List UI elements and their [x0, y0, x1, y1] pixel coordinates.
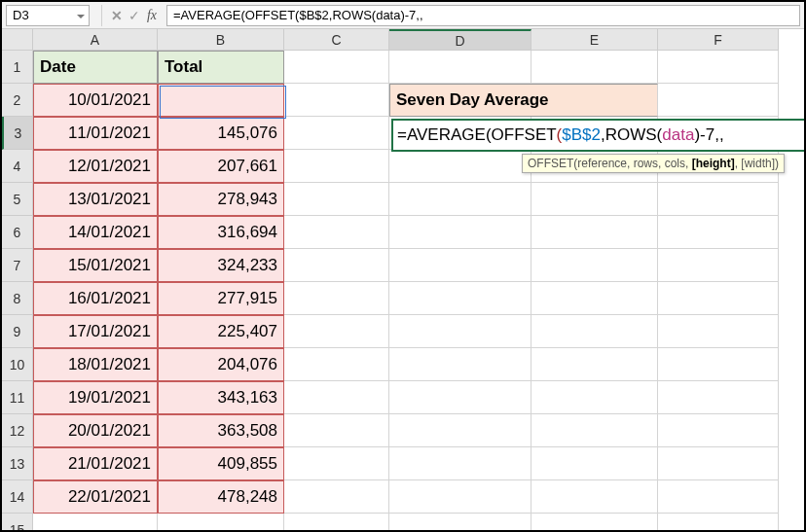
cell-C1[interactable] — [284, 51, 389, 84]
cell-A13[interactable]: 21/01/2021 — [33, 447, 158, 480]
cell-C10[interactable] — [284, 348, 389, 381]
cell-B4[interactable]: 207,661 — [158, 150, 284, 183]
cell-F6[interactable] — [658, 216, 779, 249]
cell-B10[interactable]: 204,076 — [158, 348, 284, 381]
row-header-11[interactable]: 11 — [2, 381, 33, 414]
cell-C6[interactable] — [284, 216, 389, 249]
row-header-10[interactable]: 10 — [2, 348, 33, 381]
name-box[interactable]: D3 — [6, 5, 90, 26]
cell-D4[interactable] — [389, 150, 531, 183]
cell-A4[interactable]: 12/01/2021 — [33, 150, 158, 183]
row-header-15[interactable]: 15 — [2, 514, 33, 532]
cell-A5[interactable]: 13/01/2021 — [33, 183, 158, 216]
cell-F14[interactable] — [658, 480, 779, 514]
cell-C13[interactable] — [284, 447, 389, 480]
col-header-C[interactable]: C — [284, 29, 389, 51]
cell-B1[interactable]: Total — [158, 51, 284, 84]
cell-B14[interactable]: 478,248 — [158, 480, 284, 514]
row-header-8[interactable]: 8 — [2, 282, 33, 315]
cell-B13[interactable]: 409,855 — [158, 447, 284, 480]
cell-F1[interactable] — [658, 51, 779, 84]
spreadsheet-grid[interactable]: A B C D E F 1 Date Total 2 10/01/2021 Se… — [2, 29, 804, 532]
row-header-6[interactable]: 6 — [2, 216, 33, 249]
cell-C11[interactable] — [284, 381, 389, 414]
cell-A9[interactable]: 17/01/2021 — [33, 315, 158, 348]
cell-B8[interactable]: 277,915 — [158, 282, 284, 315]
row-header-12[interactable]: 12 — [2, 414, 33, 447]
cell-B3[interactable]: 145,076 — [158, 117, 284, 150]
cell-F12[interactable] — [658, 414, 779, 447]
cell-C5[interactable] — [284, 183, 389, 216]
cell-C14[interactable] — [284, 480, 389, 514]
cell-F7[interactable] — [658, 249, 779, 282]
cell-C4[interactable] — [284, 150, 389, 183]
cancel-icon[interactable]: ✕ — [108, 7, 126, 24]
cell-B11[interactable]: 343,163 — [158, 381, 284, 414]
cell-D10[interactable] — [389, 348, 531, 381]
row-header-13[interactable]: 13 — [2, 447, 33, 480]
enter-icon[interactable]: ✓ — [126, 7, 143, 24]
cell-E6[interactable] — [531, 216, 658, 249]
cell-A7[interactable]: 15/01/2021 — [33, 249, 158, 282]
cell-B12[interactable]: 363,508 — [158, 414, 284, 447]
cell-B7[interactable]: 324,233 — [158, 249, 284, 282]
row-header-4[interactable]: 4 — [2, 150, 33, 183]
cell-E13[interactable] — [531, 447, 658, 480]
cell-F10[interactable] — [658, 348, 779, 381]
cell-F8[interactable] — [658, 282, 779, 315]
cell-F11[interactable] — [658, 381, 779, 414]
cell-D14[interactable] — [389, 480, 531, 514]
cell-D9[interactable] — [389, 315, 531, 348]
cell-B6[interactable]: 316,694 — [158, 216, 284, 249]
cell-E11[interactable] — [531, 381, 658, 414]
col-header-F[interactable]: F — [658, 29, 779, 51]
cell-A15[interactable] — [33, 514, 158, 532]
cell-F2[interactable] — [658, 84, 779, 117]
cell-C2[interactable] — [284, 84, 389, 117]
cell-C12[interactable] — [284, 414, 389, 447]
cell-D2[interactable]: Seven Day Average — [389, 84, 658, 117]
cell-E10[interactable] — [531, 348, 658, 381]
cell-E12[interactable] — [531, 414, 658, 447]
cell-A3[interactable]: 11/01/2021 — [33, 117, 158, 150]
cell-B15[interactable] — [158, 514, 284, 532]
cell-A10[interactable]: 18/01/2021 — [33, 348, 158, 381]
cell-D6[interactable] — [389, 216, 531, 249]
cell-C8[interactable] — [284, 282, 389, 315]
cell-F5[interactable] — [658, 183, 779, 216]
row-header-7[interactable]: 7 — [2, 249, 33, 282]
row-header-2[interactable]: 2 — [2, 84, 33, 117]
cell-A11[interactable]: 19/01/2021 — [33, 381, 158, 414]
fx-icon[interactable]: fx — [143, 7, 161, 24]
cell-C9[interactable] — [284, 315, 389, 348]
cell-E9[interactable] — [531, 315, 658, 348]
cell-D5[interactable] — [389, 183, 531, 216]
cell-E14[interactable] — [531, 480, 658, 514]
cell-D8[interactable] — [389, 282, 531, 315]
formula-input[interactable]: =AVERAGE(OFFSET($B$2,ROWS(data)-7,, — [166, 5, 800, 26]
cell-D13[interactable] — [389, 447, 531, 480]
row-header-3[interactable]: 3 — [2, 117, 33, 150]
cell-E7[interactable] — [531, 249, 658, 282]
cell-A6[interactable]: 14/01/2021 — [33, 216, 158, 249]
col-header-A[interactable]: A — [33, 29, 158, 51]
cell-A1[interactable]: Date — [33, 51, 158, 84]
cell-E5[interactable] — [531, 183, 658, 216]
cell-B9[interactable]: 225,407 — [158, 315, 284, 348]
col-header-D[interactable]: D — [389, 29, 531, 51]
cell-E8[interactable] — [531, 282, 658, 315]
cell-D1[interactable] — [389, 51, 531, 84]
cell-E1[interactable] — [531, 51, 658, 84]
cell-C3[interactable] — [284, 117, 389, 150]
col-header-B[interactable]: B — [158, 29, 284, 51]
cell-A8[interactable]: 16/01/2021 — [33, 282, 158, 315]
select-all-corner[interactable] — [2, 29, 33, 51]
cell-B2[interactable] — [158, 84, 284, 117]
cell-A2[interactable]: 10/01/2021 — [33, 84, 158, 117]
row-header-14[interactable]: 14 — [2, 480, 33, 514]
row-header-5[interactable]: 5 — [2, 183, 33, 216]
cell-D7[interactable] — [389, 249, 531, 282]
row-header-9[interactable]: 9 — [2, 315, 33, 348]
cell-F15[interactable] — [658, 514, 779, 532]
cell-F13[interactable] — [658, 447, 779, 480]
